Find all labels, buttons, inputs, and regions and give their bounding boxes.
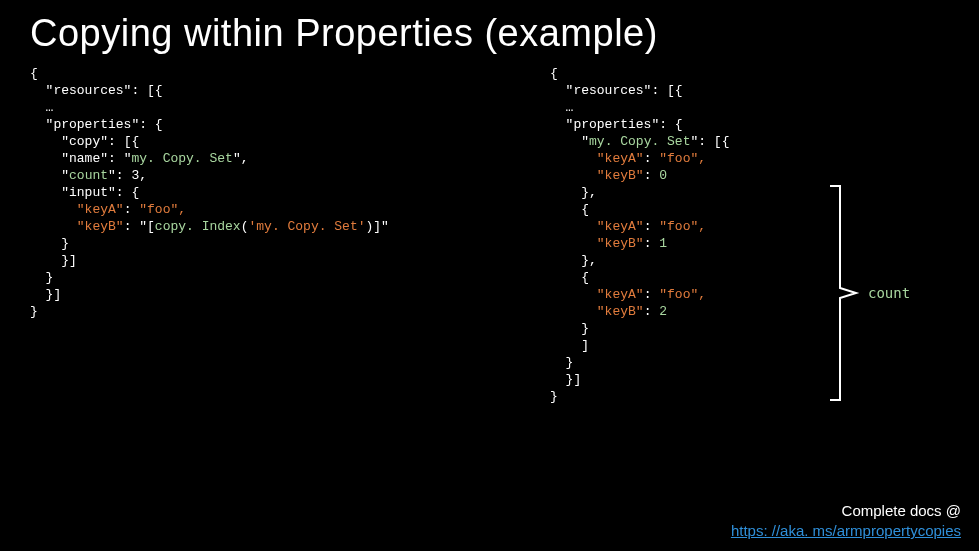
code-text: : (644, 304, 660, 319)
code-text: }] (550, 372, 581, 387)
code-text: }, (550, 185, 597, 200)
code-text (30, 185, 61, 200)
code-key: "keyB" (597, 168, 644, 183)
code-text: )]" (366, 219, 389, 234)
code-text (550, 304, 597, 319)
code-text: … (550, 100, 573, 115)
code-key: "resources" (566, 83, 652, 98)
code-text (30, 117, 46, 132)
code-text (30, 168, 61, 183)
page-title: Copying within Properties (example) (0, 0, 979, 55)
code-left-column: { "resources": [{ … "properties": { "cop… (30, 65, 550, 405)
code-text: } (550, 321, 589, 336)
code-text (30, 151, 61, 166)
code-text: : [{ (651, 83, 682, 98)
code-text: : (644, 168, 660, 183)
code-text: , (178, 202, 186, 217)
code-string: "foo" (659, 287, 698, 302)
code-text: { (30, 66, 38, 81)
code-right-column: { "resources": [{ … "properties": { "my.… (550, 65, 820, 405)
code-keyword-count: count (69, 168, 108, 183)
code-number: 2 (659, 304, 667, 319)
code-text: : (644, 236, 660, 251)
code-key: "keyB" (597, 304, 644, 319)
code-key: "resources" (46, 83, 132, 98)
code-text: }] (30, 253, 77, 268)
code-text (30, 202, 77, 217)
footer: Complete docs @ https: //aka. ms/armprop… (731, 501, 961, 541)
code-text: " (233, 151, 241, 166)
bracket-icon (828, 184, 868, 402)
code-key: "keyA" (597, 287, 644, 302)
code-string: 'my. Copy. Set' (248, 219, 365, 234)
code-text: : [{ (698, 134, 729, 149)
code-text: } (550, 355, 573, 370)
code-text: } (30, 270, 53, 285)
code-text: { (550, 202, 589, 217)
code-text: : (124, 202, 140, 217)
code-text: : (644, 287, 660, 302)
code-identifier: my. Copy. Set (131, 151, 232, 166)
footer-link[interactable]: https: //aka. ms/armpropertycopies (731, 522, 961, 539)
code-text: "[ (139, 219, 155, 234)
code-key: "keyA" (597, 151, 644, 166)
code-string: "foo" (139, 202, 178, 217)
code-text: }, (550, 253, 597, 268)
code-text: : (116, 168, 132, 183)
code-text: } (550, 389, 558, 404)
code-key: "properties" (566, 117, 660, 132)
code-text: }] (30, 287, 61, 302)
code-text (550, 219, 597, 234)
code-text: , (698, 151, 706, 166)
code-identifier: my. Copy. Set (589, 134, 690, 149)
code-string: "foo" (659, 219, 698, 234)
code-text: : { (659, 117, 682, 132)
code-text: " (581, 134, 589, 149)
code-text: , (698, 219, 706, 234)
code-text: : (124, 219, 140, 234)
code-text: : (108, 151, 124, 166)
code-string: "foo" (659, 151, 698, 166)
footer-text: Complete docs @ (731, 501, 961, 521)
code-text: { (550, 66, 558, 81)
code-key: "properties" (46, 117, 140, 132)
code-key: "name" (61, 151, 108, 166)
code-key: "keyB" (77, 219, 124, 234)
code-text: : { (116, 185, 139, 200)
code-text: } (30, 236, 69, 251)
code-text: ] (550, 338, 589, 353)
code-text: : [{ (131, 83, 162, 98)
code-key: "keyA" (77, 202, 124, 217)
code-text (550, 151, 597, 166)
code-text (550, 168, 597, 183)
code-key: "copy" (61, 134, 108, 149)
code-text: … (30, 100, 53, 115)
code-text: " (61, 168, 69, 183)
code-text: , (139, 168, 147, 183)
code-key: "keyB" (597, 236, 644, 251)
code-number: 1 (659, 236, 667, 251)
code-text: : [{ (108, 134, 139, 149)
code-key: "keyA" (597, 219, 644, 234)
code-function: copy. Index (155, 219, 241, 234)
code-text (30, 134, 61, 149)
code-text (30, 83, 46, 98)
code-text (550, 117, 566, 132)
code-text: , (241, 151, 249, 166)
annotation-count: count (868, 285, 910, 301)
code-key: "input" (61, 185, 116, 200)
code-text (30, 219, 77, 234)
code-text: { (550, 270, 589, 285)
code-text: " (108, 168, 116, 183)
code-text (550, 287, 597, 302)
code-text: : (644, 151, 660, 166)
code-text (550, 236, 597, 251)
code-text: : { (139, 117, 162, 132)
code-text (550, 134, 581, 149)
code-number: 0 (659, 168, 667, 183)
code-text: , (698, 287, 706, 302)
code-text (550, 83, 566, 98)
code-text: } (30, 304, 38, 319)
code-text: : (644, 219, 660, 234)
